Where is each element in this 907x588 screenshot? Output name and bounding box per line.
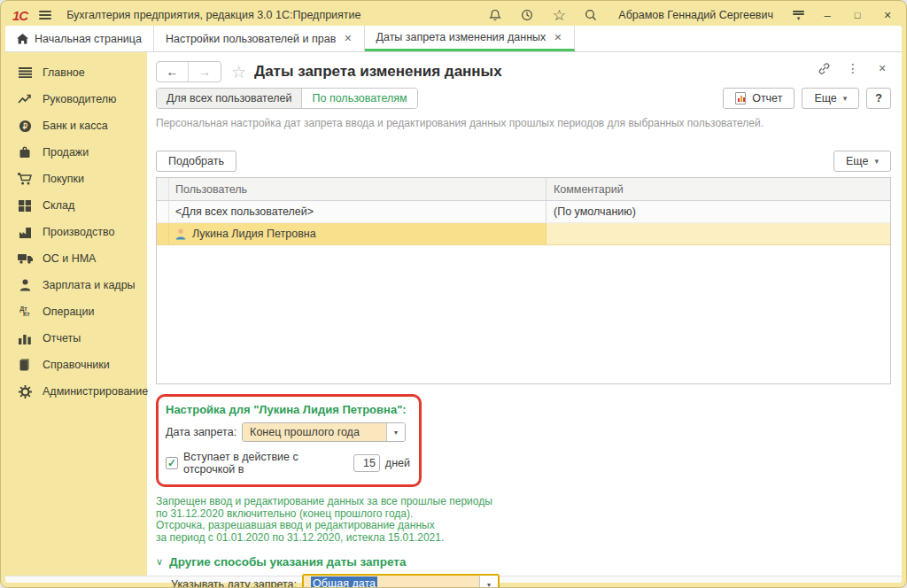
report-button-label: Отчет <box>752 92 782 104</box>
sidebar-item-label: Операции <box>43 306 94 318</box>
sidebar-item-main[interactable]: Главное <box>5 59 147 86</box>
sidebar-item-manager[interactable]: Руководителю <box>5 86 147 112</box>
table-header: Пользователь Комментарий <box>157 178 890 201</box>
deferral-checkbox[interactable]: ✓ <box>166 457 178 469</box>
sidebar-item-label: Продажи <box>43 146 89 159</box>
form-content: ⋮ ✕ ← → ☆ Даты запрета изменения данных … <box>147 52 902 576</box>
sidebar-item-purchases[interactable]: Покупки <box>5 166 147 192</box>
current-user[interactable]: Абрамов Геннадий Сергеевич <box>618 9 773 21</box>
svg-text:₽: ₽ <box>22 121 27 130</box>
page-description: Персональная настройка дат запрета ввода… <box>156 117 891 129</box>
report-button[interactable]: Отчет <box>723 88 795 109</box>
gear-icon <box>17 384 33 398</box>
history-icon[interactable] <box>519 7 535 23</box>
factory-icon <box>17 225 33 239</box>
tab-home[interactable]: Начальная страница <box>5 26 154 51</box>
book-icon <box>17 358 33 372</box>
cell-comment: (По умолчанию) <box>547 201 890 222</box>
deferral-days-input[interactable]: 15 <box>353 454 380 472</box>
nav-forward-button[interactable]: → <box>189 62 221 81</box>
service-menu-icon[interactable]: ▾ <box>793 11 804 20</box>
ban-date-mode-label: Указывать дату запрета: <box>171 578 297 588</box>
table-row-all-users[interactable]: <Для всех пользователей> (По умолчанию) <box>157 201 890 223</box>
favorite-star-icon[interactable]: ☆ <box>231 62 246 82</box>
ban-date-label: Дата запрета: <box>166 426 236 438</box>
toggle-by-users[interactable]: По пользователям <box>302 89 416 108</box>
sidebar-item-label: Администрирование <box>43 385 148 398</box>
sidebar-item-label: Отчеты <box>43 332 81 344</box>
sidebar-item-warehouse[interactable]: Склад <box>5 192 147 219</box>
close-window-button[interactable]: ✕ <box>880 10 895 21</box>
column-user[interactable]: Пользователь <box>169 178 547 200</box>
home-icon <box>17 34 28 44</box>
sidebar-item-label: Склад <box>43 199 74 212</box>
window-title: Бухгалтерия предприятия, редакция 3.0 1С… <box>66 9 360 21</box>
sidebar-item-fixed-assets[interactable]: ОС и НМА <box>5 245 147 272</box>
deferral-label: Вступает в действие с отсрочкой в <box>183 451 348 476</box>
minimize-button[interactable]: – <box>820 9 834 22</box>
sidebar-item-label: Главное <box>43 66 85 79</box>
column-comment[interactable]: Комментарий <box>547 178 890 200</box>
report-doc-icon <box>735 92 746 104</box>
help-button[interactable]: ? <box>866 88 891 109</box>
favorites-star-icon[interactable]: ☆ <box>551 7 567 23</box>
combo-dropdown-icon[interactable]: ▾ <box>386 423 405 441</box>
sidebar-item-label: Руководителю <box>43 93 116 105</box>
bar-chart-icon <box>17 331 33 345</box>
sidebar-item-operations[interactable]: Дт Кт Операции <box>5 298 147 325</box>
page-title: Даты запрета изменения данных <box>254 63 502 81</box>
sections-sidebar: Главное Руководителю ₽ Банк и касса Прод… <box>5 52 147 576</box>
nav-back-button[interactable]: ← <box>157 62 189 81</box>
ban-date-value: Конец прошлого года <box>243 423 386 441</box>
ban-date-mode-combobox[interactable]: Общая дата ▾ <box>302 574 500 588</box>
other-ways-section-toggle[interactable]: ∨ Другие способы указания даты запрета <box>156 555 891 569</box>
sidebar-item-directories[interactable]: Справочники <box>5 352 147 378</box>
table-empty-area <box>157 245 890 383</box>
cart-icon <box>17 172 33 186</box>
settings-heading: Настройка для "Лукина Лидия Петровна": <box>166 403 410 416</box>
sidebar-item-bank-cash[interactable]: ₽ Банк и касса <box>5 112 147 139</box>
cell-user: Лукина Лидия Петровна <box>192 228 316 240</box>
sidebar-item-sales[interactable]: Продажи <box>5 139 147 166</box>
more-button-label: Еще <box>814 92 836 104</box>
sidebar-item-production[interactable]: Производство <box>5 219 147 245</box>
sidebar-item-label: ОС и НМА <box>43 252 96 265</box>
get-link-icon[interactable] <box>817 61 831 75</box>
restriction-info-text: Запрещен ввод и редактирование данных за… <box>156 496 891 544</box>
annotation-red-box: Настройка для "Лукина Лидия Петровна": Д… <box>156 394 422 487</box>
table-more-label: Еще <box>846 155 868 167</box>
more-button[interactable]: Еще ▾ <box>802 88 859 109</box>
tab-close-icon[interactable]: ✕ <box>344 33 352 44</box>
sidebar-item-label: Покупки <box>43 173 84 185</box>
pick-users-button[interactable]: Подобрать <box>156 151 236 172</box>
tab-label: Настройки пользователей и прав <box>166 33 336 45</box>
maximize-button[interactable]: □ <box>850 10 864 20</box>
table-row-lukina[interactable]: Лукина Лидия Петровна <box>157 223 890 245</box>
table-more-button[interactable]: Еще ▾ <box>833 151 891 172</box>
cell-user: <Для всех пользователей> <box>169 201 547 222</box>
title-bar: 1С Бухгалтерия предприятия, редакция 3.0… <box>5 4 902 26</box>
ruble-circle-icon: ₽ <box>17 119 33 133</box>
tab-close-icon[interactable]: ✕ <box>554 32 562 43</box>
toggle-all-users[interactable]: Для всех пользователей <box>157 89 302 108</box>
ban-date-combobox[interactable]: Конец прошлого года ▾ <box>242 422 406 442</box>
notifications-bell-icon[interactable] <box>487 7 503 23</box>
close-form-icon[interactable]: ✕ <box>875 61 889 75</box>
search-icon[interactable] <box>583 7 599 23</box>
tab-label: Начальная страница <box>35 33 142 45</box>
combo-dropdown-icon[interactable]: ▾ <box>479 576 498 588</box>
tab-data-change-ban-dates[interactable]: Даты запрета изменения данных ✕ <box>365 26 575 51</box>
deferral-suffix: дней <box>385 457 410 469</box>
view-mode-toggle: Для всех пользователей По пользователям <box>156 88 418 109</box>
sidebar-item-payroll-hr[interactable]: Зарплата и кадры <box>5 272 147 298</box>
caret-down-icon: ▾ <box>843 94 848 103</box>
tab-user-rights-settings[interactable]: Настройки пользователей и прав ✕ <box>154 26 365 51</box>
sidebar-item-administration[interactable]: Администрирование <box>5 378 147 405</box>
row-marker-column <box>157 178 169 200</box>
person-icon <box>17 278 33 292</box>
main-menu-icon[interactable] <box>39 11 51 19</box>
more-kebab-icon[interactable]: ⋮ <box>846 61 860 75</box>
user-person-icon <box>175 228 186 240</box>
sidebar-item-reports[interactable]: Отчеты <box>5 325 147 352</box>
sidebar-item-label: Зарплата и кадры <box>43 279 136 291</box>
